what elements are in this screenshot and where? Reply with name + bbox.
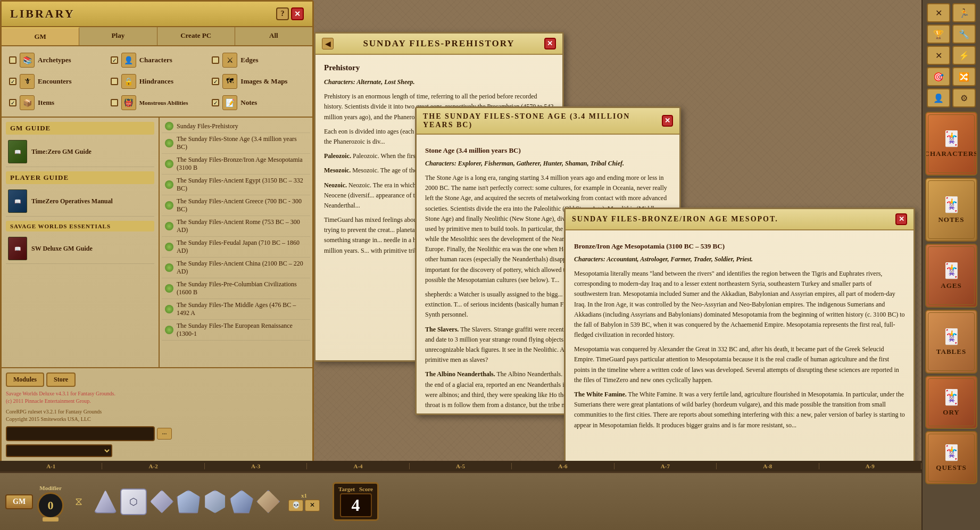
- gm-guide-book[interactable]: 📖 Time:Zero GM Guide: [6, 137, 154, 167]
- sidebar-card-ory[interactable]: 🃏 Ory: [925, 376, 977, 429]
- list-item-9[interactable]: The Sunday Files-The Middle Ages (476 BC…: [162, 299, 310, 320]
- list-item-1[interactable]: The Sunday Files-Stone Age (3.4 million …: [162, 133, 310, 154]
- edges-icon: ⚔: [222, 53, 237, 68]
- items-checkbox[interactable]: ✓: [9, 99, 16, 106]
- library-select[interactable]: [6, 444, 112, 457]
- grid-a9: A-9: [819, 463, 921, 469]
- nav-gm[interactable]: GM: [2, 27, 79, 45]
- sidebar-icon-run[interactable]: 🏃: [952, 3, 976, 22]
- list-icon-8: [165, 284, 173, 293]
- divider-icon[interactable]: ⧖: [68, 488, 89, 515]
- library-status-1: Savage Worlds Deluxe v4.3.1 for Fantasy …: [6, 390, 308, 405]
- sidebar-icon-sword[interactable]: ✕: [927, 3, 950, 22]
- library-panel: Library ? ✕ GM Play Create PC All 📚 Arch…: [0, 0, 314, 463]
- nav-create-pc[interactable]: Create PC: [157, 27, 235, 45]
- doc-stone-age-chars: Characters: Explorer, Fisherman, Gathere…: [425, 159, 671, 169]
- sidebar-icon-bolt[interactable]: ⚡: [952, 46, 976, 65]
- sidebar-card-quests[interactable]: 🃏 Quests: [925, 431, 977, 484]
- list-item-6[interactable]: The Sunday Files-Feudal Japan (710 BC – …: [162, 237, 310, 258]
- category-monstrous[interactable]: 👹 Monstrous Abilities: [107, 93, 207, 112]
- store-tab[interactable]: Store: [46, 372, 76, 387]
- sidebar-icon-trophy[interactable]: 🏆: [927, 24, 950, 44]
- player-guide-book[interactable]: 📖 TimeZero Operatives Manual: [6, 186, 154, 217]
- images-maps-checkbox[interactable]: ✓: [212, 78, 219, 85]
- x1-section: x1 💀 ✕: [288, 492, 320, 511]
- monstrous-checkbox[interactable]: [111, 99, 118, 106]
- category-hindrances[interactable]: 🔒 Hindrances: [107, 72, 207, 91]
- sidebar-top-icons-4: 🎯 🔀: [925, 67, 978, 86]
- target-value-display[interactable]: 4: [340, 493, 372, 517]
- doc-stone-age-close[interactable]: ✕: [662, 115, 673, 127]
- library-categories: 📚 Archetypes ✓ 👤 Characters ⚔ Edges ✓ 🗡 …: [2, 46, 312, 118]
- die-wild[interactable]: [256, 490, 280, 514]
- edges-checkbox[interactable]: [212, 56, 219, 64]
- category-edges[interactable]: ⚔ Edges: [209, 51, 308, 70]
- grid-a7: A-7: [614, 463, 717, 469]
- chat-send-button[interactable]: ···: [157, 428, 172, 440]
- encounters-checkbox[interactable]: ✓: [9, 78, 16, 85]
- notes-checkbox[interactable]: ✓: [212, 99, 219, 106]
- list-item-7[interactable]: The Sunday Files-Ancient China (2100 BC …: [162, 258, 310, 278]
- sidebar-icon-target[interactable]: 🎯: [927, 67, 950, 86]
- cross-icon[interactable]: ✕: [305, 500, 320, 511]
- chat-input[interactable]: [6, 426, 155, 441]
- list-icon-1: [165, 139, 173, 147]
- category-archetypes[interactable]: 📚 Archetypes: [6, 51, 105, 70]
- library-help-button[interactable]: ?: [276, 7, 289, 20]
- nav-play[interactable]: Play: [79, 27, 157, 45]
- doc-stone-age-subtitle: Stone Age (3.4 million years BC): [425, 145, 671, 156]
- gm-button[interactable]: GM: [5, 494, 33, 509]
- savage-worlds-book[interactable]: 📖 SW Deluxe GM Guide: [6, 234, 154, 264]
- list-icon-3: [165, 180, 173, 189]
- category-notes[interactable]: ✓ 📝 Notes: [209, 93, 308, 112]
- list-item-10[interactable]: The Sunday Files-The European Renaissanc…: [162, 320, 310, 341]
- category-images-maps[interactable]: ✓ 🗺 Images & Maps: [209, 72, 308, 91]
- characters-checkbox[interactable]: ✓: [111, 56, 118, 64]
- sidebar-card-tables[interactable]: 🃏 Tables: [925, 310, 977, 374]
- savage-worlds-title: SW Deluxe GM Guide: [31, 245, 93, 253]
- library-close-button[interactable]: ✕: [291, 7, 304, 20]
- modifier-display[interactable]: 0: [37, 492, 64, 519]
- category-items[interactable]: ✓ 📦 Items: [6, 93, 105, 112]
- ages-card-icon: 🃏: [942, 262, 961, 279]
- list-item-4[interactable]: The Sunday Files-Ancient Greece (700 BC …: [162, 195, 310, 216]
- sidebar-top-icons-5: 👤 ⚙: [925, 88, 978, 107]
- modules-tab[interactable]: Modules: [6, 372, 44, 387]
- sidebar-icon-user[interactable]: 👤: [927, 88, 950, 107]
- doc-mesopotamia-close[interactable]: ✕: [895, 213, 907, 225]
- sidebar-icon-gear[interactable]: ⚙: [952, 88, 976, 107]
- die-d4[interactable]: [94, 490, 117, 514]
- gm-guide-cover: 📖: [8, 140, 27, 163]
- list-item-0[interactable]: Sunday Files-Prehistory: [162, 120, 310, 133]
- list-item-8[interactable]: The Sunday Files-Pre-Columbian Civilizat…: [162, 278, 310, 299]
- sidebar-icon-wrench[interactable]: 🔧: [952, 24, 976, 44]
- category-characters[interactable]: ✓ 👤 Characters: [107, 51, 207, 70]
- list-icon-7: [165, 263, 173, 272]
- die-d8[interactable]: [150, 490, 173, 514]
- grid-a3: A-3: [205, 463, 307, 469]
- sidebar-card-ages[interactable]: 🃏 Ages: [925, 244, 977, 308]
- die-d20[interactable]: [230, 490, 253, 514]
- die-d10[interactable]: [177, 490, 200, 514]
- library-title: Library: [10, 7, 75, 21]
- hindrances-checkbox[interactable]: [111, 78, 118, 85]
- sidebar-icon-x2[interactable]: ✕: [927, 46, 950, 65]
- archetypes-checkbox[interactable]: [9, 56, 16, 64]
- nav-all[interactable]: All: [235, 27, 312, 45]
- list-item-5[interactable]: The Sunday Files-Ancient Rome (753 BC – …: [162, 216, 310, 237]
- skull-icon[interactable]: 💀: [288, 500, 303, 511]
- die-d6[interactable]: ⬡: [120, 488, 147, 515]
- list-item-2[interactable]: The Sunday Files-Bronze/Iron Age Mesopot…: [162, 154, 310, 175]
- sidebar-icon-shuffle[interactable]: 🔀: [952, 67, 976, 86]
- doc-mesopotamia-header: Sunday Files-Bronze/Iron Age Mesopot. ✕: [566, 209, 913, 230]
- sidebar-card-notes[interactable]: 🃏 Notes: [925, 178, 977, 242]
- die-d12[interactable]: [203, 490, 227, 514]
- doc-prehistory-close[interactable]: ✕: [544, 38, 556, 49]
- player-guide-title: TimeZero Operatives Manual: [31, 197, 113, 205]
- grid-a8: A-8: [717, 463, 819, 469]
- category-encounters[interactable]: ✓ 🗡 Encounters: [6, 72, 105, 91]
- sidebar-card-characters[interactable]: 🃏 Characters: [925, 112, 977, 176]
- list-icon-5: [165, 222, 173, 230]
- list-item-3[interactable]: The Sunday Files-Ancient Egypt (3150 BC …: [162, 175, 310, 195]
- doc-prehistory-back[interactable]: ◀: [322, 38, 334, 49]
